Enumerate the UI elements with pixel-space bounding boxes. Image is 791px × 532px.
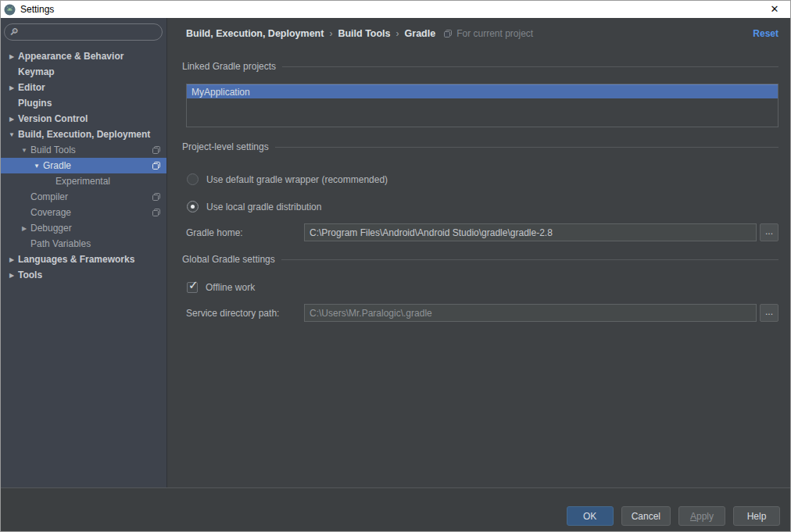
radio-selected-icon[interactable] — [187, 201, 199, 212]
per-project-copy-icon — [152, 145, 161, 155]
dialog-footer: OK Cancel Apply Help — [1, 487, 790, 532]
chevron-down-icon[interactable]: ▼ — [20, 147, 29, 154]
reset-link[interactable]: Reset — [753, 28, 778, 39]
breadcrumb: Build, Execution, Deployment › Build Too… — [186, 27, 778, 41]
sidebar-item-tools[interactable]: ▶Tools — [1, 267, 166, 283]
gradle-home-input[interactable]: C:\Program Files\Android\Android Studio\… — [304, 223, 757, 241]
gradle-home-row: Gradle home: C:\Program Files\Android\An… — [186, 223, 778, 241]
close-icon[interactable]: ✕ — [764, 1, 786, 18]
breadcrumb-separator: › — [396, 28, 399, 39]
sidebar-item-keymap[interactable]: Keymap — [1, 64, 166, 80]
chevron-right-icon[interactable]: ▶ — [7, 256, 16, 263]
project-level-section-header: Project-level settings — [182, 141, 778, 152]
radio-default-gradle-wrapper[interactable]: Use default gradle wrapper (recommended) — [187, 173, 778, 185]
checkbox-checked-icon[interactable] — [187, 282, 198, 293]
search-icon: 🔍︎ — [9, 27, 19, 37]
breadcrumb-build-execution-deployment[interactable]: Build, Execution, Deployment — [186, 28, 324, 39]
per-project-copy-icon — [152, 161, 161, 170]
search-box[interactable]: 🔍︎ — [4, 23, 163, 41]
gradle-home-browse-button[interactable]: ... — [760, 223, 778, 241]
chevron-right-icon[interactable]: ▶ — [7, 272, 16, 279]
scope-note: For current project — [443, 28, 533, 39]
chevron-right-icon[interactable]: ▶ — [20, 225, 29, 232]
sidebar-item-compiler[interactable]: Compiler — [1, 189, 166, 205]
offline-work-checkbox-row[interactable]: Offline work — [187, 282, 778, 293]
per-project-copy-icon — [152, 208, 161, 217]
radio-local-gradle-distribution[interactable]: Use local gradle distribution — [187, 201, 778, 212]
settings-tree: ▶Appearance & Behavior Keymap ▶Editor Pl… — [1, 48, 166, 283]
settings-dialog: Settings ✕ 🔍︎ ▶Appearance & Behavior Key… — [0, 0, 791, 532]
chevron-right-icon[interactable]: ▶ — [7, 84, 16, 91]
help-button[interactable]: Help — [733, 506, 780, 526]
radio-icon[interactable] — [187, 173, 199, 185]
sidebar-item-coverage[interactable]: Coverage — [1, 205, 166, 220]
per-project-copy-icon — [152, 192, 161, 202]
cancel-button[interactable]: Cancel — [621, 506, 671, 526]
per-project-copy-icon — [443, 29, 453, 38]
global-settings-section-header: Global Gradle settings — [182, 254, 778, 265]
title-bar: Settings ✕ — [1, 1, 790, 18]
sidebar-item-version-control[interactable]: ▶Version Control — [1, 111, 166, 127]
linked-projects-list[interactable]: MyApplication — [186, 84, 778, 127]
sidebar-item-path-variables[interactable]: Path Variables — [1, 236, 166, 252]
sidebar-item-experimental[interactable]: Experimental — [1, 173, 166, 189]
chevron-down-icon[interactable]: ▼ — [32, 162, 41, 170]
service-directory-row: Service directory path: C:\Users\Mr.Para… — [186, 304, 778, 322]
gradle-settings-panel: Build, Execution, Deployment › Build Too… — [167, 18, 790, 487]
sidebar-item-appearance-behavior[interactable]: ▶Appearance & Behavior — [1, 48, 166, 64]
chevron-down-icon[interactable]: ▼ — [7, 131, 16, 138]
chevron-right-icon[interactable]: ▶ — [7, 116, 16, 123]
settings-sidebar: 🔍︎ ▶Appearance & Behavior Keymap ▶Editor… — [1, 18, 167, 487]
service-directory-label: Service directory path: — [186, 308, 304, 319]
service-directory-input[interactable]: C:\Users\Mr.Paralogic\.gradle — [304, 304, 757, 322]
service-directory-browse-button[interactable]: ... — [760, 304, 778, 322]
search-input[interactable] — [22, 27, 156, 37]
sidebar-item-debugger[interactable]: ▶Debugger — [1, 220, 166, 236]
sidebar-item-gradle[interactable]: ▼Gradle — [1, 158, 166, 173]
sidebar-item-build-tools[interactable]: ▼Build Tools — [1, 142, 166, 158]
gradle-home-label: Gradle home: — [186, 227, 304, 238]
breadcrumb-separator: › — [329, 28, 332, 39]
breadcrumb-gradle[interactable]: Gradle — [405, 28, 436, 39]
linked-projects-section-header: Linked Gradle projects — [182, 61, 778, 72]
sidebar-item-plugins[interactable]: Plugins — [1, 95, 166, 111]
apply-button[interactable]: Apply — [678, 506, 725, 526]
android-studio-icon — [4, 4, 16, 16]
breadcrumb-build-tools[interactable]: Build Tools — [338, 28, 390, 39]
ok-button[interactable]: OK — [567, 506, 614, 526]
chevron-right-icon[interactable]: ▶ — [7, 53, 16, 60]
list-item-myapplication[interactable]: MyApplication — [187, 84, 778, 98]
sidebar-item-languages-frameworks[interactable]: ▶Languages & Frameworks — [1, 252, 166, 267]
sidebar-item-build-execution-deployment[interactable]: ▼Build, Execution, Deployment — [1, 127, 166, 142]
sidebar-item-editor[interactable]: ▶Editor — [1, 80, 166, 95]
window-title: Settings — [20, 4, 54, 15]
